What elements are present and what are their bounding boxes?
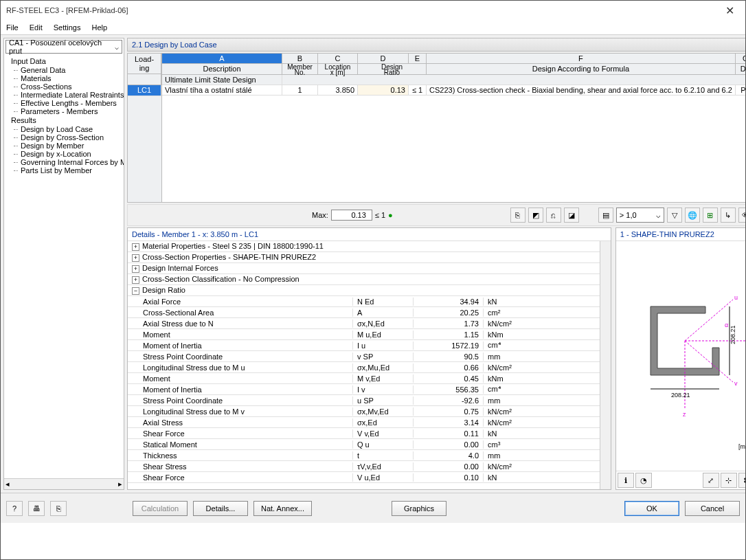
info-icon[interactable]: ℹ	[618, 473, 634, 488]
cell-loc: 3.850	[318, 85, 358, 96]
tree-restraints[interactable]: Intermediate Lateral Restraints	[5, 91, 122, 99]
details-group[interactable]: +Cross-Section Properties - SHAPE-THIN P…	[128, 252, 611, 263]
check-ok-icon: ●	[388, 211, 393, 219]
details-row: Longitudinal Stress due to M uσx,Mu,Ed0.…	[128, 362, 611, 373]
col-F[interactable]: F	[427, 54, 736, 64]
svg-text:u: u	[734, 294, 738, 301]
col-E[interactable]: E	[409, 54, 427, 64]
details-row: Axial Stressσx,Ed3.14kN/cm²	[128, 417, 611, 428]
details-group[interactable]: +Design Internal Forces	[128, 263, 611, 274]
nav-tree: Input Data General Data Materials Cross-…	[4, 55, 124, 478]
row-header-blank	[128, 74, 161, 85]
tree-input-data[interactable]: Input Data	[5, 56, 122, 66]
col-B[interactable]: B	[282, 54, 318, 64]
details-row: Shear StressτV,v,Ed0.00kN/cm²	[128, 461, 611, 472]
excel-icon[interactable]: ⊞	[703, 208, 718, 223]
details-row: Moment of InertiaI v556.35cm⁴	[128, 384, 611, 395]
nav-scrollbar[interactable]: ◂▸	[4, 478, 124, 489]
col-G[interactable]: G	[736, 54, 746, 64]
tree-parameters[interactable]: Parameters - Members	[5, 107, 122, 115]
close-icon[interactable]: ✕	[720, 3, 740, 19]
details-group[interactable]: +Material Properties - Steel S 235 | DIN…	[128, 241, 611, 252]
menu-help[interactable]: Help	[91, 23, 107, 32]
eye-icon[interactable]: 👁	[738, 208, 746, 223]
details-row: Thicknesst4.0mm	[128, 450, 611, 461]
select-icon[interactable]: ↳	[721, 208, 736, 223]
stress-icon[interactable]: ✖	[738, 473, 746, 488]
row-header-lc1[interactable]: LC1	[128, 85, 161, 96]
cell-member: 1	[282, 85, 318, 96]
data-row-lc1[interactable]: Vlastní tíha a ostatní stálé 1 3.850 0.1…	[162, 85, 746, 96]
tree-materials[interactable]: Materials	[5, 74, 122, 82]
help-icon[interactable]: ?	[6, 501, 23, 516]
ratio-filter-combo[interactable]: > 1,0	[616, 208, 664, 223]
details-title: Details - Member 1 - x: 3.850 m - LC1	[128, 228, 611, 241]
axes-icon[interactable]: ⤢	[703, 473, 719, 488]
filter-icon-4[interactable]: ◪	[564, 208, 579, 223]
col-D[interactable]: D	[358, 54, 409, 64]
menu-edit[interactable]: Edit	[30, 23, 43, 32]
details-group[interactable]: −Design Ratio	[128, 285, 611, 296]
calculation-button[interactable]: Calculation	[133, 501, 188, 516]
funnel-icon[interactable]: ▽	[667, 208, 682, 223]
menu-settings[interactable]: Settings	[54, 23, 81, 32]
details-scrollbar[interactable]	[600, 241, 611, 489]
max-value: 0.13	[331, 210, 372, 221]
print-icon[interactable]: 🖶	[28, 501, 45, 516]
hdr-member: MemberNo.	[282, 64, 318, 75]
hdr-ds: DS	[736, 64, 746, 75]
menu-file[interactable]: File	[6, 23, 19, 32]
svg-text:α: α	[725, 322, 728, 328]
tree-design-loadcase[interactable]: Design by Load Case	[5, 125, 122, 133]
title-bar: RF-STEEL EC3 - [RFEM-Priklad-06] ✕	[1, 1, 745, 20]
svg-text:208.21: 208.21	[730, 325, 736, 344]
max-cond: ≤ 1	[375, 211, 385, 219]
details-row: Moment of InertiaI u1572.19cm⁴	[128, 340, 611, 351]
tree-design-cross-section[interactable]: Design by Cross-Section	[5, 133, 122, 142]
graphics-button[interactable]: Graphics	[392, 501, 447, 516]
details-row: Axial ForceN Ed34.94kN	[128, 296, 611, 307]
details-panel: Details - Member 1 - x: 3.850 m - LC1 +M…	[127, 227, 611, 490]
preview-unit: [mm]	[738, 443, 746, 450]
color-scale-icon[interactable]: ▤	[598, 208, 613, 223]
cell-ds: PT	[736, 85, 746, 96]
tree-design-xlocation[interactable]: Design by x-Location	[5, 150, 122, 158]
svg-text:208.21: 208.21	[671, 392, 690, 399]
tree-cross-sections[interactable]: Cross-Sections	[5, 82, 122, 91]
dimension-icon[interactable]: ⊹	[721, 473, 737, 488]
tree-general-data[interactable]: General Data	[5, 66, 122, 74]
results-grid: Load- ing LC1 A B C D E F G Description …	[127, 53, 746, 203]
view-icon[interactable]: 🌐	[685, 208, 700, 223]
details-row: MomentM v,Ed0.45kNm	[128, 373, 611, 384]
navigator-panel: CA1 - Posouzení ocelových prut Input Dat…	[3, 38, 124, 490]
details-group[interactable]: +Cross-Section Classification - No Compr…	[128, 274, 611, 285]
preview-title: 1 - SHAPE-THIN PRUREZ2	[616, 228, 746, 241]
col-A[interactable]: A	[162, 54, 282, 64]
hdr-ratio: DesignRatio	[358, 64, 427, 75]
details-row: Shear ForceV v,Ed0.11kN	[128, 428, 611, 439]
export-icon[interactable]: ⎘	[50, 501, 67, 516]
menu-bar: File Edit Settings Help	[1, 20, 745, 35]
filter-icon-2[interactable]: ◩	[528, 208, 543, 223]
nat-annex-button[interactable]: Nat. Annex...	[253, 501, 312, 516]
col-C[interactable]: C	[318, 54, 358, 64]
group-ulsd: Ultimate Limit State Design	[162, 75, 282, 85]
hdr-formula: Design According to Formula	[427, 64, 736, 75]
tree-governing-forces[interactable]: Governing Internal Forces by M	[5, 158, 122, 166]
tree-design-member[interactable]: Design by Member	[5, 142, 122, 150]
tree-eff-lengths[interactable]: Effective Lengths - Members	[5, 99, 122, 107]
max-label: Max:	[312, 211, 328, 219]
cancel-button[interactable]: Cancel	[685, 501, 740, 516]
filter-icon-1[interactable]: ⎘	[510, 208, 525, 223]
tree-parts-list[interactable]: Parts List by Member	[5, 166, 122, 175]
ok-button[interactable]: OK	[624, 501, 679, 516]
cell-ratio: 0.13	[358, 85, 409, 96]
loadcase-dropdown[interactable]: CA1 - Posouzení ocelových prut	[5, 40, 122, 54]
tree-results[interactable]: Results	[5, 115, 122, 125]
filter-icon-3[interactable]: ⎌	[546, 208, 561, 223]
details-row: Longitudinal Stress due to M vσx,Mv,Ed0.…	[128, 406, 611, 417]
details-button[interactable]: Details...	[193, 501, 248, 516]
section-title: 2.1 Design by Load Case	[127, 38, 746, 52]
window-title: RF-STEEL EC3 - [RFEM-Priklad-06]	[6, 6, 720, 14]
section-props-icon[interactable]: ◔	[635, 473, 652, 488]
